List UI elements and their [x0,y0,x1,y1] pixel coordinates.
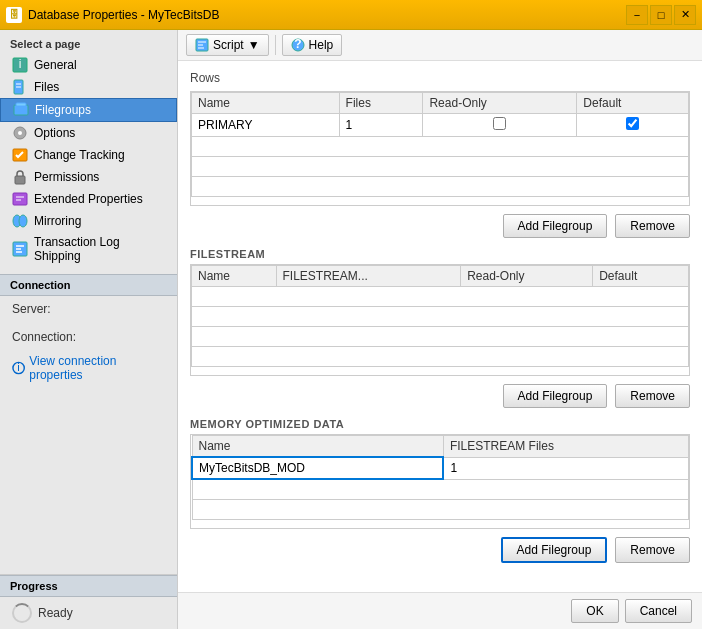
col-default: Default [577,93,689,114]
mod-row-name: MyTecBitsDB_MOD [192,457,443,479]
sidebar-label-options: Options [34,126,75,140]
table-row[interactable]: PRIMARY 1 [192,114,689,137]
svg-rect-10 [15,176,25,184]
fs-empty-row-3 [192,327,689,347]
fs-col-readonly: Read-Only [461,266,593,287]
sidebar-item-general[interactable]: i General [0,54,177,76]
sidebar-header: Select a page [0,30,177,54]
link-icon: i [12,361,25,375]
progress-section: Progress Ready [0,574,177,629]
add-filegroup-button-fs[interactable]: Add Filegroup [503,384,608,408]
footer-bar: OK Cancel [178,592,702,629]
mem-empty-row-1 [192,479,689,499]
main-container: Select a page i General Files Filegroups… [0,30,702,629]
svg-rect-11 [13,193,27,205]
remove-button-fs[interactable]: Remove [615,384,690,408]
svg-text:i: i [19,57,22,71]
mirroring-icon [12,213,28,229]
maximize-button[interactable]: □ [650,5,672,25]
sidebar-item-transaction-log[interactable]: Transaction Log Shipping [0,232,177,266]
cancel-button[interactable]: Cancel [625,599,692,623]
script-icon [195,38,209,52]
add-filegroup-button-mem[interactable]: Add Filegroup [501,537,608,563]
fs-empty-row-2 [192,307,689,327]
mem-empty-row-2 [192,499,689,519]
sidebar-item-change-tracking[interactable]: Change Tracking [0,144,177,166]
toolbar: Script ▼ ? Help [178,30,702,61]
change-tracking-icon [12,147,28,163]
server-label: Server: [0,296,177,322]
row-name: PRIMARY [192,114,340,137]
rows-section: Rows Name Files Read-Only Default [190,71,690,238]
app-icon: 🗄 [6,7,22,23]
fs-col-filestream: FILESTREAM... [276,266,461,287]
title-bar-left: 🗄 Database Properties - MyTecBitsDB [6,7,219,23]
sidebar-label-mirroring: Mirroring [34,214,81,228]
ok-button[interactable]: OK [571,599,618,623]
row-default[interactable] [577,114,689,137]
page-content: Rows Name Files Read-Only Default [178,61,702,592]
memory-section: MEMORY OPTIMIZED DATA Name FILESTREAM Fi… [190,418,690,563]
mod-table-row[interactable]: MyTecBitsDB_MOD 1 [192,457,689,479]
col-files: Files [339,93,423,114]
window-controls[interactable]: − □ ✕ [626,5,696,25]
default-checkbox[interactable] [626,117,639,130]
connection-properties-link[interactable]: i View connection properties [12,354,165,382]
filegroups-icon [13,102,29,118]
col-readonly: Read-Only [423,93,577,114]
toolbar-divider [275,35,276,55]
sidebar-item-files[interactable]: Files [0,76,177,98]
minimize-button[interactable]: − [626,5,648,25]
window-title: Database Properties - MyTecBitsDB [28,8,219,22]
permissions-icon [12,169,28,185]
memory-section-title: MEMORY OPTIMIZED DATA [190,418,690,430]
files-icon [12,79,28,95]
svg-text:i: i [17,361,20,373]
help-button[interactable]: ? Help [282,34,343,56]
memory-table: Name FILESTREAM Files MyTecBitsDB_MOD 1 [191,435,689,520]
svg-text:?: ? [294,38,301,51]
filestream-table-wrapper: Name FILESTREAM... Read-Only Default [190,264,690,376]
connection-header: Connection [0,274,177,296]
add-filegroup-button-rows[interactable]: Add Filegroup [503,214,608,238]
sidebar-label-change-tracking: Change Tracking [34,148,125,162]
sidebar-item-options[interactable]: Options [0,122,177,144]
connection-label: Connection: [0,324,177,350]
view-connection-link[interactable]: i View connection properties [0,350,177,386]
col-name: Name [192,93,340,114]
sidebar-label-transaction-log: Transaction Log Shipping [34,235,165,263]
sidebar-label-files: Files [34,80,59,94]
remove-button-mem[interactable]: Remove [615,537,690,563]
readonly-checkbox[interactable] [493,117,506,130]
progress-spinner [12,603,32,623]
sidebar-item-mirroring[interactable]: Mirroring [0,210,177,232]
svg-point-15 [19,215,27,227]
fs-empty-row-4 [192,347,689,367]
remove-button-rows[interactable]: Remove [615,214,690,238]
sidebar-label-extended-properties: Extended Properties [34,192,143,206]
sidebar: Select a page i General Files Filegroups… [0,30,178,629]
rows-table-wrapper: Name Files Read-Only Default PRIMARY 1 [190,91,690,206]
svg-point-8 [18,131,22,135]
help-icon: ? [291,38,305,52]
content-area: Script ▼ ? Help Rows Name Fil [178,30,702,629]
close-button[interactable]: ✕ [674,5,696,25]
sidebar-item-filegroups[interactable]: Filegroups [0,98,177,122]
rows-section-title: Rows [190,71,690,85]
sidebar-label-general: General [34,58,77,72]
filestream-table: Name FILESTREAM... Read-Only Default [191,265,689,367]
filestream-section: FILESTREAM Name FILESTREAM... Read-Only … [190,248,690,408]
sidebar-item-permissions[interactable]: Permissions [0,166,177,188]
row-readonly[interactable] [423,114,577,137]
memory-btn-row: Add Filegroup Remove [190,537,690,563]
filestream-section-title: FILESTREAM [190,248,690,260]
mod-row-files: 1 [443,457,688,479]
row-files: 1 [339,114,423,137]
sidebar-item-extended-properties[interactable]: Extended Properties [0,188,177,210]
script-button[interactable]: Script ▼ [186,34,269,56]
title-bar: 🗄 Database Properties - MyTecBitsDB − □ … [0,0,702,30]
memory-table-wrapper: Name FILESTREAM Files MyTecBitsDB_MOD 1 [190,434,690,529]
svg-rect-6 [16,103,26,106]
rows-table: Name Files Read-Only Default PRIMARY 1 [191,92,689,197]
empty-row-3 [192,177,689,197]
